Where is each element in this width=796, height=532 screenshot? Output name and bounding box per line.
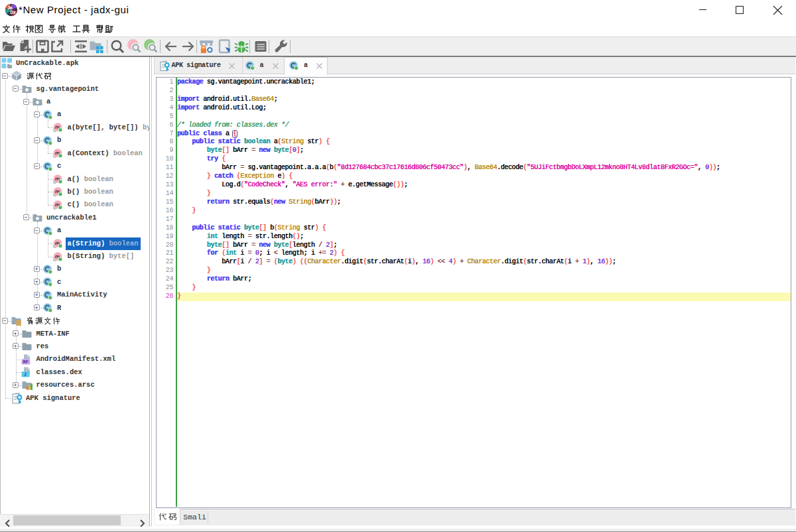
svg-text:MF: MF bbox=[23, 359, 29, 364]
svg-text:J: J bbox=[24, 372, 27, 377]
svg-text:Dx: Dx bbox=[10, 10, 16, 15]
